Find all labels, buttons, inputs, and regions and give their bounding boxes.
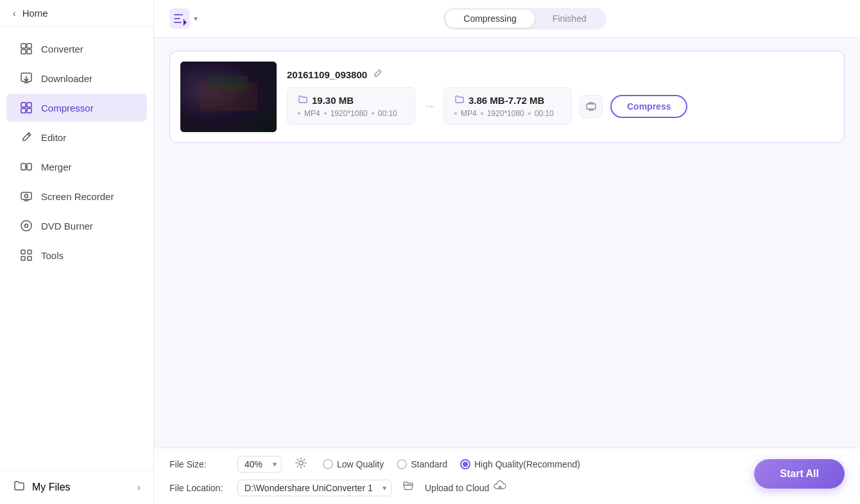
target-duration: 00:10 xyxy=(535,109,554,118)
bottom-row-location: File Location: D:\Wondershare UniConvert… xyxy=(169,479,845,496)
compressor-icon xyxy=(19,101,33,115)
sidebar: ‹ Home Converter xyxy=(0,0,154,504)
sidebar-item-converter[interactable]: Converter xyxy=(6,35,147,63)
target-size-box: 3.86 MB-7.72 MB MP4 1920*1080 00:10 xyxy=(443,87,572,125)
file-size-select-wrapper: 40% 20% 30% 50% 60% 80% xyxy=(237,456,282,473)
quality-options: Low Quality Standard High Quality(Recomm… xyxy=(323,459,580,469)
svg-rect-5 xyxy=(21,103,26,107)
svg-rect-8 xyxy=(27,108,31,113)
svg-point-13 xyxy=(21,221,31,231)
source-format: MP4 xyxy=(304,109,320,118)
file-settings-button[interactable] xyxy=(580,95,603,118)
dvd-burner-label: DVD Burner xyxy=(41,221,93,231)
edit-icon[interactable] xyxy=(372,69,383,81)
target-dot3 xyxy=(528,112,531,115)
my-files-left: My Files xyxy=(13,480,71,495)
sidebar-item-tools[interactable]: Tools xyxy=(6,241,147,269)
source-folder-icon xyxy=(298,94,308,106)
svg-rect-11 xyxy=(21,192,31,199)
logo-button[interactable]: ▾ xyxy=(169,8,198,29)
file-compress-row: 19.30 MB MP4 1920*1080 00:10 → xyxy=(287,87,834,125)
svg-rect-16 xyxy=(28,250,31,254)
quality-low-label: Low Quality xyxy=(337,459,384,469)
source-resolution: 1920*1080 xyxy=(331,109,368,118)
target-dot2 xyxy=(481,112,483,115)
sidebar-item-compressor[interactable]: Compressor xyxy=(6,94,147,122)
file-location-select[interactable]: D:\Wondershare UniConverter 1 xyxy=(237,480,391,496)
sidebar-my-files[interactable]: My Files › xyxy=(0,470,153,504)
svg-point-21 xyxy=(299,461,303,465)
svg-point-12 xyxy=(25,194,28,197)
svg-rect-0 xyxy=(21,44,26,48)
upload-to-cloud[interactable]: Upload to Cloud xyxy=(425,479,507,496)
editor-label: Editor xyxy=(41,132,66,143)
downloader-icon xyxy=(19,71,33,85)
screen-recorder-icon xyxy=(19,189,33,203)
dvd-burner-icon xyxy=(19,219,33,233)
compress-button[interactable]: Compress xyxy=(610,95,687,118)
converter-icon xyxy=(19,42,33,56)
sidebar-nav: Converter Downloader Comp xyxy=(0,27,153,470)
source-size-meta: MP4 1920*1080 00:10 xyxy=(298,109,404,118)
tab-compressing[interactable]: Compressing xyxy=(445,10,534,28)
target-dot1 xyxy=(454,112,457,115)
tools-icon xyxy=(19,248,33,262)
sidebar-home[interactable]: ‹ Home xyxy=(0,0,153,27)
svg-point-14 xyxy=(25,224,28,228)
my-files-arrow: › xyxy=(137,482,141,493)
target-size-header: 3.86 MB-7.72 MB xyxy=(454,94,561,106)
logo-icon xyxy=(169,8,190,29)
target-size-value: 3.86 MB-7.72 MB xyxy=(469,95,544,106)
source-dot1 xyxy=(298,112,300,115)
svg-rect-6 xyxy=(27,103,31,107)
upload-cloud-label: Upload to Cloud xyxy=(425,483,489,493)
file-size-select[interactable]: 40% 20% 30% 50% 60% 80% xyxy=(237,456,282,473)
svg-rect-2 xyxy=(21,49,26,54)
logo-dropdown-icon: ▾ xyxy=(194,14,198,23)
sidebar-item-dvd-burner[interactable]: DVD Burner xyxy=(6,212,147,240)
sidebar-item-merger[interactable]: Merger xyxy=(6,153,147,181)
source-duration: 00:10 xyxy=(378,109,397,118)
thumbnail-image xyxy=(180,62,277,132)
folder-open-icon[interactable] xyxy=(402,480,415,496)
content-area: 20161109_093800 xyxy=(154,38,860,448)
compressor-label: Compressor xyxy=(41,103,94,113)
radio-low xyxy=(323,459,333,469)
svg-rect-7 xyxy=(21,108,26,113)
sidebar-item-editor[interactable]: Editor xyxy=(6,123,147,151)
tab-finished[interactable]: Finished xyxy=(535,10,605,28)
svg-rect-10 xyxy=(27,164,31,170)
svg-rect-17 xyxy=(21,256,25,260)
source-dot3 xyxy=(372,112,374,115)
svg-rect-20 xyxy=(587,104,596,109)
target-folder-icon xyxy=(454,94,465,106)
sidebar-item-downloader[interactable]: Downloader xyxy=(6,64,147,92)
file-name-row: 20161109_093800 xyxy=(287,69,834,81)
quality-settings-icon[interactable] xyxy=(295,457,307,473)
bottom-row-size: File Size: 40% 20% 30% 50% 60% 80% xyxy=(169,456,845,473)
radio-high xyxy=(460,459,470,469)
sidebar-home-label: Home xyxy=(22,8,48,19)
file-location-select-wrapper: D:\Wondershare UniConverter 1 xyxy=(237,480,391,496)
compress-arrow-icon: → xyxy=(423,99,436,113)
main-area: ▾ Compressing Finished 20161109_093800 xyxy=(154,0,860,504)
svg-rect-3 xyxy=(27,49,31,54)
svg-rect-18 xyxy=(28,256,31,260)
quality-high[interactable]: High Quality(Recommend) xyxy=(460,459,580,469)
quality-standard[interactable]: Standard xyxy=(397,459,447,469)
target-format: MP4 xyxy=(461,109,477,118)
tools-label: Tools xyxy=(41,250,64,261)
back-icon: ‹ xyxy=(13,8,16,19)
merger-label: Merger xyxy=(41,162,72,172)
quality-low[interactable]: Low Quality xyxy=(323,459,384,469)
file-name: 20161109_093800 xyxy=(287,69,367,80)
editor-icon xyxy=(19,130,33,144)
file-location-label: File Location: xyxy=(169,483,227,493)
sidebar-item-screen-recorder[interactable]: Screen Recorder xyxy=(6,182,147,210)
svg-rect-9 xyxy=(21,164,26,170)
svg-rect-1 xyxy=(27,44,31,48)
cloud-icon xyxy=(493,479,507,496)
converter-label: Converter xyxy=(41,44,83,55)
start-all-button[interactable]: Start All xyxy=(754,459,845,489)
source-dot2 xyxy=(324,112,327,115)
